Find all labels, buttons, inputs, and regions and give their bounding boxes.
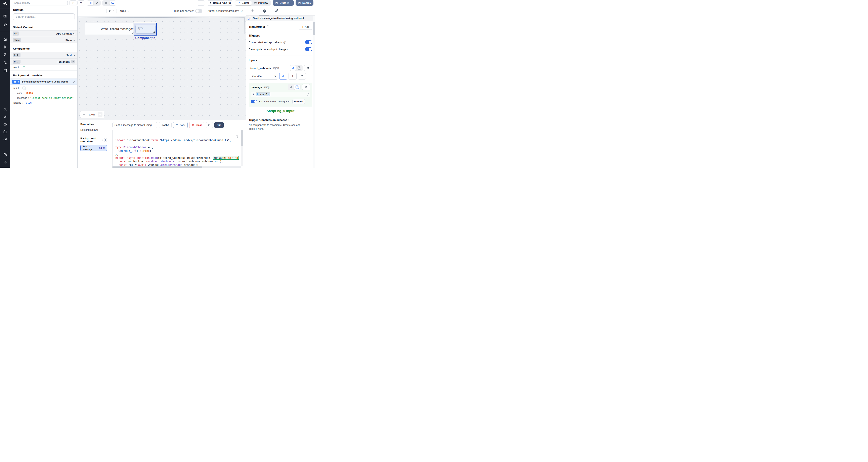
center-layout-button[interactable] <box>87 1 93 5</box>
play-icon[interactable] <box>0 45 10 49</box>
dollar-icon[interactable] <box>0 53 10 57</box>
refresh-script-button[interactable] <box>206 122 213 128</box>
refresh-count-box[interactable]: 1 <box>106 8 117 14</box>
recompute-toggle[interactable] <box>305 47 312 51</box>
panel-scrollbar[interactable] <box>313 16 315 168</box>
add-resource-button[interactable]: + <box>288 73 297 79</box>
undo-button[interactable]: ↶ <box>69 0 77 5</box>
pencil-icon[interactable] <box>73 80 75 83</box>
resize-handle[interactable] <box>132 33 133 34</box>
clear-resource-icon[interactable]: × <box>274 74 276 78</box>
text-component-a[interactable]: Write Discord message: <box>85 23 133 35</box>
star-icon[interactable] <box>0 23 10 27</box>
redo-button[interactable]: ↷ <box>78 0 85 5</box>
output-row-ctx[interactable]: ctx App Context <box>10 30 78 37</box>
info-icon[interactable]: i <box>283 41 286 43</box>
collapse-result-button[interactable]: - <box>23 87 26 90</box>
deploy-button[interactable]: Deploy <box>296 0 313 6</box>
bg-runnable-item[interactable]: Send a message... bg_0 <box>81 145 107 151</box>
info-icon[interactable]: i <box>288 119 291 121</box>
ctx-type-label: App Context <box>56 32 72 35</box>
components-icon <box>262 9 267 13</box>
script-name-input[interactable] <box>112 122 157 128</box>
expression-value[interactable]: b.result <box>256 93 270 96</box>
component-row-b[interactable]: b Text Input <box>10 59 78 65</box>
user-icon[interactable] <box>0 107 10 111</box>
chevron-down-icon[interactable] <box>73 32 75 34</box>
clear-button[interactable]: Clear <box>189 122 204 128</box>
run-button[interactable]: Run <box>214 122 224 128</box>
draft-button[interactable]: Draft ⌘S <box>273 0 293 6</box>
rail-divider <box>0 8 10 8</box>
app-canvas[interactable]: Write Discord message: Type... Component… <box>78 16 246 120</box>
chevron-down-icon[interactable] <box>73 54 75 56</box>
code-field-row: code: 50006 <box>17 91 78 96</box>
zoom-in-button[interactable]: + <box>98 112 102 117</box>
ctx-badge: ctx <box>13 32 19 36</box>
code-horizontal-scrollbar[interactable] <box>113 166 241 168</box>
bg-runnable-row[interactable]: bg_0 Send a message to discord using web… <box>10 78 78 85</box>
expand-editor-icon[interactable] <box>307 93 309 96</box>
connect-input-button[interactable] <box>302 84 310 90</box>
app-window-icon[interactable] <box>0 14 10 18</box>
eval-mode-button[interactable]: f <box>296 65 302 71</box>
reeval-toggle[interactable] <box>251 100 257 103</box>
add-background-runnable-button[interactable]: + <box>104 138 107 142</box>
static-mode-button[interactable] <box>288 85 294 90</box>
info-icon[interactable]: i <box>267 26 269 28</box>
selected-component-b[interactable]: Type... <box>134 23 157 36</box>
mobile-preview-button[interactable] <box>103 1 109 5</box>
static-mode-button[interactable] <box>290 65 296 71</box>
robot-icon[interactable] <box>0 122 10 126</box>
resource-field[interactable]: u/henri/te... × <box>249 73 278 79</box>
home-icon[interactable] <box>0 37 10 41</box>
windmill-logo[interactable] <box>0 1 10 6</box>
arrow-right-icon[interactable] <box>0 160 10 164</box>
cache-button[interactable]: Cache <box>159 122 172 128</box>
debug-runs-button[interactable]: Debug runs (3) <box>207 0 233 6</box>
run-on-start-toggle[interactable] <box>305 40 312 44</box>
text-input-component[interactable]: Type... <box>135 25 156 34</box>
info-icon[interactable]: i <box>100 139 102 141</box>
edit-resource-button[interactable] <box>279 73 287 79</box>
resize-handle[interactable] <box>154 32 155 33</box>
tab-add-component[interactable] <box>251 9 255 13</box>
output-row-state[interactable]: state State <box>10 37 78 43</box>
zoom-out-button[interactable]: − <box>82 113 86 116</box>
info-icon[interactable]: i <box>240 10 243 12</box>
chevron-down-icon[interactable] <box>73 39 75 41</box>
tab-component-settings[interactable] <box>262 9 267 13</box>
eye-icon[interactable] <box>0 137 10 141</box>
tab-preview[interactable]: Preview <box>252 1 271 5</box>
tab-editor[interactable]: Editor <box>235 1 252 5</box>
gear-icon[interactable] <box>0 115 10 119</box>
result-children: code: 50006 message: "Cannot send an emp… <box>15 91 78 100</box>
cubes-icon[interactable] <box>0 61 10 65</box>
more-menu-button[interactable] <box>192 1 195 5</box>
search-outputs-input[interactable] <box>13 13 75 20</box>
fullscreen-layout-button[interactable] <box>94 1 100 5</box>
component-row-a[interactable]: a Text <box>10 52 78 58</box>
tab-styling[interactable] <box>275 9 278 13</box>
hide-bar-toggle[interactable] <box>195 9 202 13</box>
bg-result-row: result: - <box>10 86 78 91</box>
calendar-icon[interactable] <box>0 68 10 72</box>
collapse-button[interactable] <box>71 60 75 63</box>
help-icon[interactable] <box>0 153 10 157</box>
desktop-preview-button[interactable] <box>110 1 116 5</box>
refresh-resource-button[interactable] <box>298 73 306 79</box>
copy-icon[interactable] <box>235 135 239 139</box>
connect-input-button[interactable] <box>304 65 312 71</box>
frequency-select[interactable]: once <box>120 9 129 12</box>
expression-editor[interactable]: 1 b.result <box>251 92 310 97</box>
phone-icon <box>104 1 107 4</box>
app-summary-input[interactable] <box>12 1 68 5</box>
add-transformer-button[interactable]: +Add <box>299 24 312 30</box>
code-vertical-scrollbar[interactable] <box>241 130 243 166</box>
folder-icon[interactable] <box>0 130 10 134</box>
code-editor[interactable]: import discordwebhook from "https://deno… <box>112 130 243 168</box>
reeval-value-badge[interactable]: b.result <box>292 99 305 104</box>
docs-button[interactable] <box>197 0 205 6</box>
fork-button[interactable]: Fork <box>173 122 187 128</box>
eval-mode-button[interactable]: f <box>294 85 300 90</box>
